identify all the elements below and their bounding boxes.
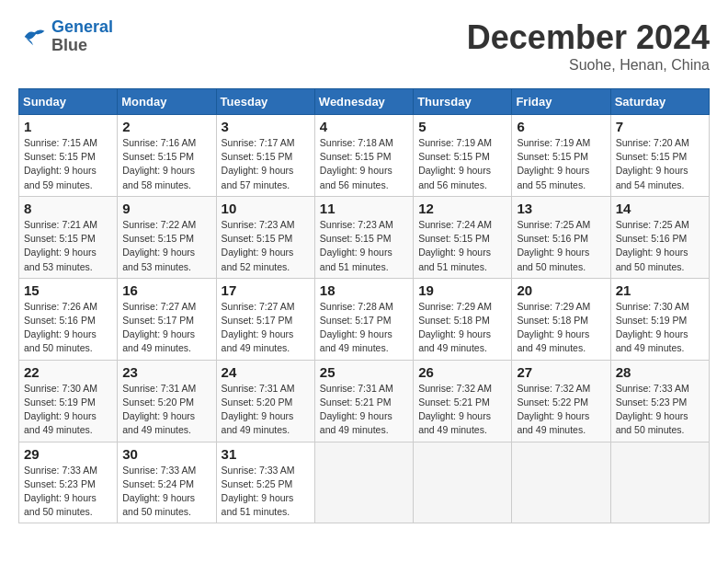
day-info: Sunrise: 7:19 AM Sunset: 5:15 PM Dayligh… [418, 136, 506, 192]
day-number: 4 [320, 119, 408, 134]
day-info: Sunrise: 7:17 AM Sunset: 5:15 PM Dayligh… [222, 136, 310, 192]
day-number: 10 [222, 201, 310, 216]
table-row: 30Sunrise: 7:33 AM Sunset: 5:24 PM Dayli… [118, 442, 216, 523]
table-row: 16Sunrise: 7:27 AM Sunset: 5:17 PM Dayli… [118, 278, 216, 360]
day-number: 6 [517, 119, 605, 134]
day-number: 23 [122, 364, 210, 380]
day-info: Sunrise: 7:23 AM Sunset: 5:15 PM Dayligh… [222, 218, 310, 274]
table-row: 29Sunrise: 7:33 AM Sunset: 5:23 PM Dayli… [19, 442, 118, 523]
day-number: 9 [122, 201, 210, 216]
calendar-row: 15Sunrise: 7:26 AM Sunset: 5:16 PM Dayli… [19, 278, 710, 360]
title-block: December 2024 Suohe, Henan, China [467, 18, 710, 74]
day-info: Sunrise: 7:33 AM Sunset: 5:25 PM Dayligh… [222, 464, 310, 520]
header-monday: Monday [118, 89, 216, 115]
logo-text: General Blue [51, 18, 113, 55]
day-info: Sunrise: 7:30 AM Sunset: 5:19 PM Dayligh… [616, 300, 704, 356]
day-info: Sunrise: 7:27 AM Sunset: 5:17 PM Dayligh… [122, 300, 210, 356]
day-info: Sunrise: 7:32 AM Sunset: 5:21 PM Dayligh… [418, 382, 506, 438]
table-row: 17Sunrise: 7:27 AM Sunset: 5:17 PM Dayli… [216, 278, 314, 360]
day-number: 29 [24, 446, 112, 462]
day-number: 25 [320, 364, 408, 380]
day-number: 16 [122, 282, 210, 298]
table-row: 20Sunrise: 7:29 AM Sunset: 5:18 PM Dayli… [512, 278, 610, 360]
header-thursday: Thursday [414, 89, 512, 115]
weekday-header-row: Sunday Monday Tuesday Wednesday Thursday… [19, 89, 710, 115]
table-row [414, 442, 512, 523]
day-number: 3 [222, 119, 310, 134]
day-info: Sunrise: 7:27 AM Sunset: 5:17 PM Dayligh… [222, 300, 310, 356]
table-row: 11Sunrise: 7:23 AM Sunset: 5:15 PM Dayli… [314, 196, 413, 278]
day-info: Sunrise: 7:31 AM Sunset: 5:20 PM Dayligh… [222, 382, 310, 438]
day-info: Sunrise: 7:29 AM Sunset: 5:18 PM Dayligh… [418, 300, 506, 356]
day-number: 14 [616, 201, 704, 216]
day-number: 17 [222, 282, 310, 298]
table-row [314, 442, 413, 523]
calendar-row: 8Sunrise: 7:21 AM Sunset: 5:15 PM Daylig… [19, 196, 710, 278]
day-number: 7 [616, 119, 704, 134]
logo: General Blue [18, 18, 113, 55]
table-row: 2Sunrise: 7:16 AM Sunset: 5:15 PM Daylig… [118, 115, 216, 197]
table-row: 18Sunrise: 7:28 AM Sunset: 5:17 PM Dayli… [314, 278, 413, 360]
page-header: General Blue December 2024 Suohe, Henan,… [18, 18, 710, 74]
table-row: 1Sunrise: 7:15 AM Sunset: 5:15 PM Daylig… [19, 115, 118, 197]
table-row: 14Sunrise: 7:25 AM Sunset: 5:16 PM Dayli… [610, 196, 709, 278]
table-row: 27Sunrise: 7:32 AM Sunset: 5:22 PM Dayli… [512, 360, 610, 442]
day-number: 11 [320, 201, 408, 216]
table-row: 19Sunrise: 7:29 AM Sunset: 5:18 PM Dayli… [414, 278, 512, 360]
calendar-row: 29Sunrise: 7:33 AM Sunset: 5:23 PM Dayli… [19, 442, 710, 523]
day-number: 2 [122, 119, 210, 134]
table-row: 13Sunrise: 7:25 AM Sunset: 5:16 PM Dayli… [512, 196, 610, 278]
day-number: 1 [24, 119, 112, 134]
table-row: 3Sunrise: 7:17 AM Sunset: 5:15 PM Daylig… [216, 115, 314, 197]
header-friday: Friday [512, 89, 610, 115]
table-row: 24Sunrise: 7:31 AM Sunset: 5:20 PM Dayli… [216, 360, 314, 442]
day-info: Sunrise: 7:32 AM Sunset: 5:22 PM Dayligh… [517, 382, 605, 438]
day-info: Sunrise: 7:26 AM Sunset: 5:16 PM Dayligh… [24, 300, 112, 356]
day-number: 28 [616, 364, 704, 380]
day-info: Sunrise: 7:28 AM Sunset: 5:17 PM Dayligh… [320, 300, 408, 356]
day-info: Sunrise: 7:18 AM Sunset: 5:15 PM Dayligh… [320, 136, 408, 192]
day-info: Sunrise: 7:31 AM Sunset: 5:21 PM Dayligh… [320, 382, 408, 438]
day-number: 15 [24, 282, 112, 298]
day-info: Sunrise: 7:31 AM Sunset: 5:20 PM Dayligh… [122, 382, 210, 438]
day-number: 27 [517, 364, 605, 380]
day-number: 31 [222, 446, 310, 462]
day-number: 12 [418, 201, 506, 216]
day-info: Sunrise: 7:20 AM Sunset: 5:15 PM Dayligh… [616, 136, 704, 192]
table-row: 5Sunrise: 7:19 AM Sunset: 5:15 PM Daylig… [414, 115, 512, 197]
table-row: 10Sunrise: 7:23 AM Sunset: 5:15 PM Dayli… [216, 196, 314, 278]
day-number: 18 [320, 282, 408, 298]
day-info: Sunrise: 7:21 AM Sunset: 5:15 PM Dayligh… [24, 218, 112, 274]
day-info: Sunrise: 7:33 AM Sunset: 5:24 PM Dayligh… [122, 464, 210, 520]
day-number: 24 [222, 364, 310, 380]
day-info: Sunrise: 7:23 AM Sunset: 5:15 PM Dayligh… [320, 218, 408, 274]
day-number: 5 [418, 119, 506, 134]
table-row [512, 442, 610, 523]
month-title: December 2024 [467, 18, 710, 57]
table-row: 12Sunrise: 7:24 AM Sunset: 5:15 PM Dayli… [414, 196, 512, 278]
table-row: 26Sunrise: 7:32 AM Sunset: 5:21 PM Dayli… [414, 360, 512, 442]
day-number: 8 [24, 201, 112, 216]
table-row: 23Sunrise: 7:31 AM Sunset: 5:20 PM Dayli… [118, 360, 216, 442]
location-subtitle: Suohe, Henan, China [467, 57, 710, 74]
day-info: Sunrise: 7:29 AM Sunset: 5:18 PM Dayligh… [517, 300, 605, 356]
day-info: Sunrise: 7:22 AM Sunset: 5:15 PM Dayligh… [122, 218, 210, 274]
header-tuesday: Tuesday [216, 89, 314, 115]
logo-icon [18, 24, 48, 50]
table-row: 8Sunrise: 7:21 AM Sunset: 5:15 PM Daylig… [19, 196, 118, 278]
day-number: 22 [24, 364, 112, 380]
day-number: 30 [122, 446, 210, 462]
table-row: 28Sunrise: 7:33 AM Sunset: 5:23 PM Dayli… [610, 360, 709, 442]
day-info: Sunrise: 7:25 AM Sunset: 5:16 PM Dayligh… [517, 218, 605, 274]
day-info: Sunrise: 7:25 AM Sunset: 5:16 PM Dayligh… [616, 218, 704, 274]
table-row: 4Sunrise: 7:18 AM Sunset: 5:15 PM Daylig… [314, 115, 413, 197]
table-row: 31Sunrise: 7:33 AM Sunset: 5:25 PM Dayli… [216, 442, 314, 523]
day-number: 19 [418, 282, 506, 298]
day-number: 13 [517, 201, 605, 216]
calendar-row: 22Sunrise: 7:30 AM Sunset: 5:19 PM Dayli… [19, 360, 710, 442]
day-info: Sunrise: 7:33 AM Sunset: 5:23 PM Dayligh… [24, 464, 112, 520]
table-row: 21Sunrise: 7:30 AM Sunset: 5:19 PM Dayli… [610, 278, 709, 360]
day-number: 21 [616, 282, 704, 298]
table-row: 15Sunrise: 7:26 AM Sunset: 5:16 PM Dayli… [19, 278, 118, 360]
day-info: Sunrise: 7:16 AM Sunset: 5:15 PM Dayligh… [122, 136, 210, 192]
